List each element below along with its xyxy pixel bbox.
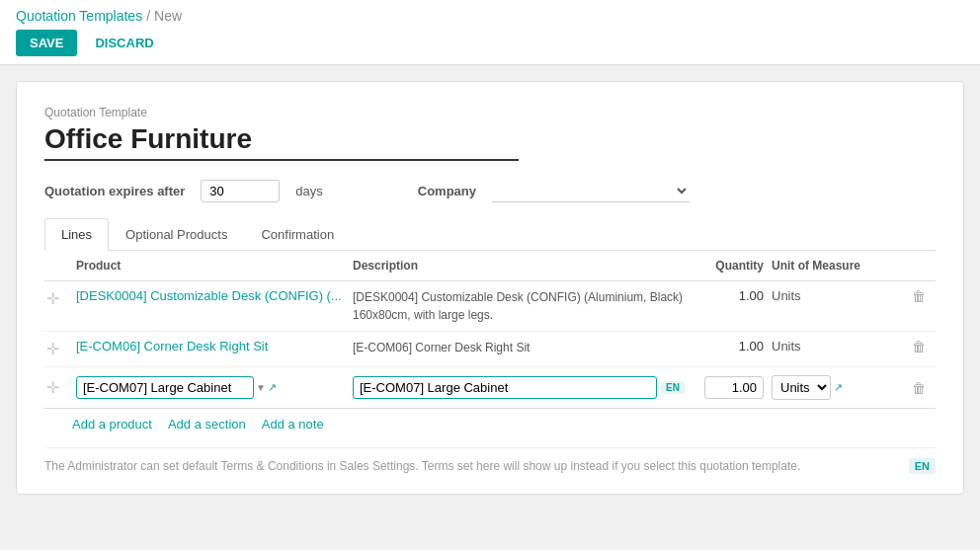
tab-confirmation[interactable]: Confirmation	[244, 218, 351, 250]
delete-cell[interactable]: 🗑	[906, 336, 936, 357]
col-uom: Unit of Measure	[768, 257, 906, 275]
col-drag	[44, 257, 72, 275]
table-header: Product Description Quantity Unit of Mea…	[44, 251, 936, 281]
breadcrumb-separator: /	[146, 8, 150, 24]
quantity-cell: 1.00	[689, 336, 768, 356]
uom-external-link-icon[interactable]: ↗	[834, 381, 843, 394]
save-button[interactable]: SAVE	[16, 30, 77, 56]
table-row: ✛ [E-COM06] Corner Desk Right Sit [E-COM…	[44, 332, 936, 367]
expires-unit: days	[295, 184, 322, 198]
delete-icon[interactable]: 🗑	[910, 286, 928, 306]
tab-optional-products[interactable]: Optional Products	[109, 218, 244, 250]
description-cell: [E-COM06] Corner Desk Right Sit	[349, 336, 689, 359]
table-row: ✛ [DESK0004] Customizable Desk (CONFIG) …	[44, 281, 936, 332]
lines-table: Product Description Quantity Unit of Mea…	[44, 251, 936, 435]
add-row-actions: Add a product Add a section Add a note	[44, 409, 936, 435]
delete-icon[interactable]: 🗑	[910, 378, 928, 398]
expires-input[interactable]	[201, 180, 280, 202]
product-input[interactable]	[76, 376, 254, 399]
drag-handle[interactable]: ✛	[44, 285, 72, 312]
delete-edit-cell[interactable]: 🗑	[906, 377, 936, 399]
uom-select[interactable]: Units	[772, 375, 831, 400]
uom-cell: Units	[768, 336, 906, 356]
footer-lang-badge[interactable]: EN	[909, 458, 936, 474]
col-description: Description	[349, 257, 689, 275]
description-input[interactable]	[353, 376, 657, 399]
product-dropdown-icon[interactable]: ▼	[256, 382, 266, 393]
delete-icon[interactable]: 🗑	[910, 337, 928, 356]
discard-button[interactable]: DISCARD	[85, 30, 163, 56]
expires-label: Quotation expires after	[44, 184, 185, 198]
template-label: Quotation Template	[44, 106, 936, 119]
description-edit-cell: EN	[349, 373, 689, 402]
uom-cell: Units	[768, 285, 906, 306]
breadcrumb-parent[interactable]: Quotation Templates	[16, 8, 142, 24]
product-cell[interactable]: [DESK0004] Customizable Desk (CONFIG) (.…	[72, 285, 349, 306]
col-quantity: Quantity	[689, 257, 768, 275]
add-product-link[interactable]: Add a product	[72, 417, 152, 432]
table-row-editing: ✛ ▼ ↗ EN	[44, 367, 936, 409]
add-note-link[interactable]: Add a note	[262, 417, 324, 432]
product-external-link-icon[interactable]: ↗	[268, 381, 277, 394]
product-edit-cell: ▼ ↗	[72, 373, 349, 402]
quantity-input[interactable]	[704, 376, 764, 399]
col-actions	[906, 257, 936, 275]
quantity-cell: 1.00	[689, 285, 768, 306]
breadcrumb-current: New	[154, 8, 182, 24]
col-product: Product	[72, 257, 349, 275]
drag-handle[interactable]: ✛	[44, 336, 72, 362]
delete-cell[interactable]: 🗑	[906, 285, 936, 307]
quantity-edit-cell	[689, 373, 768, 402]
language-badge[interactable]: EN	[661, 381, 685, 394]
uom-edit-cell: Units ↗	[768, 372, 906, 403]
footer-note: The Administrator can set default Terms …	[44, 447, 936, 474]
description-cell: [DESK0004] Customizable Desk (CONFIG) (A…	[349, 285, 689, 327]
footer-text: The Administrator can set default Terms …	[44, 459, 800, 473]
tab-lines[interactable]: Lines	[44, 218, 109, 251]
product-cell[interactable]: [E-COM06] Corner Desk Right Sit	[72, 336, 349, 356]
company-label: Company	[418, 184, 476, 198]
template-title-input[interactable]	[44, 123, 519, 161]
add-section-link[interactable]: Add a section	[168, 417, 246, 432]
company-select[interactable]	[492, 179, 690, 202]
tab-bar: Lines Optional Products Confirmation	[44, 218, 936, 251]
drag-handle[interactable]: ✛	[44, 374, 72, 401]
